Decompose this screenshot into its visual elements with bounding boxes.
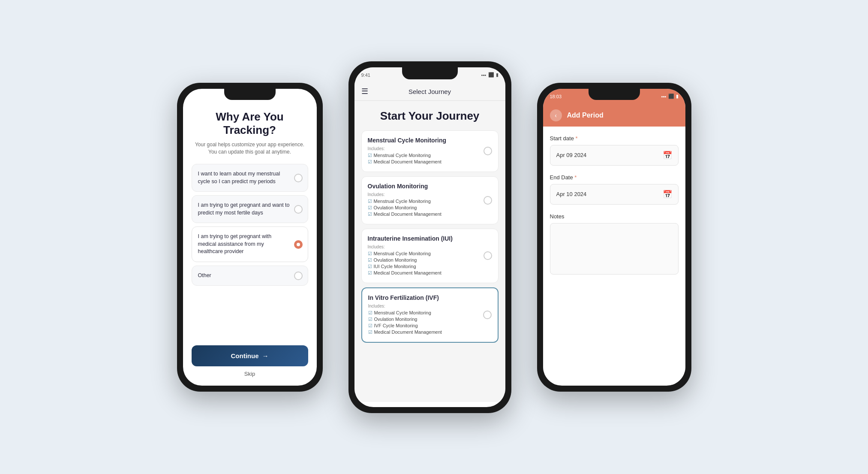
- notes-field: Notes: [550, 213, 679, 275]
- p3-status-time: 18:03: [550, 94, 562, 99]
- option-other[interactable]: Other: [192, 266, 308, 286]
- check-icon-12: ☑: [368, 323, 372, 329]
- start-calendar-icon[interactable]: 📅: [663, 151, 672, 160]
- journey-ovulation-includes: Includes:: [368, 192, 492, 197]
- journey-iui-includes: Includes:: [368, 245, 492, 249]
- p3-header: ‹ Add Period: [543, 104, 685, 127]
- journey-menstrual-radio[interactable]: [484, 147, 492, 155]
- phone-3-notch: [589, 89, 640, 100]
- end-required-marker: *: [574, 174, 577, 181]
- start-date-label: Start date *: [550, 135, 679, 142]
- start-date-field: Start date * Apr 09 2024 📅: [550, 135, 679, 166]
- continue-button[interactable]: Continue →: [192, 345, 308, 366]
- p1-options-list: I want to learn about my menstrual cycle…: [192, 164, 308, 339]
- check-icon-1: ☑: [368, 153, 372, 158]
- phone-1: Why Are You Tracking? Your goal helps cu…: [177, 83, 323, 392]
- end-date-input[interactable]: Apr 10 2024 📅: [550, 184, 679, 205]
- journey-ivf-f2: ☑ Ovulation Monitoring: [368, 317, 492, 322]
- journey-ovulation-title: Ovulation Monitoring: [368, 183, 492, 190]
- start-required-marker: *: [576, 135, 578, 142]
- option-other-radio[interactable]: [294, 272, 303, 280]
- journey-ivf-f1: ☑ Menstrual Cycle Monitoring: [368, 310, 492, 316]
- journey-menstrual-includes: Includes:: [368, 146, 492, 151]
- check-icon-5: ☑: [368, 211, 372, 217]
- p2-body: Start Your Journey Menstrual Cycle Monit…: [354, 101, 505, 402]
- start-date-value: Apr 09 2024: [556, 152, 587, 158]
- journey-card-iui[interactable]: Intrauterine Insemination (IUI) Includes…: [361, 229, 499, 283]
- journey-ovulation-f2: ☑ Ovulation Monitoring: [368, 205, 492, 211]
- check-icon-7: ☑: [368, 257, 372, 263]
- p3-signal-icon: ▪▪▪: [661, 94, 667, 99]
- option-learn-radio[interactable]: [294, 174, 303, 182]
- notes-label: Notes: [550, 213, 679, 220]
- end-calendar-icon[interactable]: 📅: [663, 190, 672, 199]
- notes-input[interactable]: [550, 223, 679, 275]
- journey-iui-title: Intrauterine Insemination (IUI): [368, 235, 492, 242]
- feature-text: Menstrual Cycle Monitoring: [374, 153, 431, 158]
- journey-iui-radio[interactable]: [484, 251, 492, 260]
- check-icon-3: ☑: [368, 199, 372, 204]
- phone-1-content: Why Are You Tracking? Your goal helps cu…: [183, 89, 317, 386]
- p3-battery-icon: ▮: [676, 94, 679, 99]
- p2-header: ☰ Select Journey: [354, 83, 505, 101]
- feature-text: Medical Document Management: [374, 211, 442, 217]
- journey-iui-f1: ☑ Menstrual Cycle Monitoring: [368, 251, 492, 257]
- end-date-label: End Date *: [550, 174, 679, 181]
- journey-ovulation-radio[interactable]: [484, 196, 492, 205]
- back-button[interactable]: ‹: [550, 109, 562, 121]
- p3-header-title: Add Period: [567, 112, 604, 119]
- phone-2-screen: 9:41 ▪▪▪ ⬛ ▮ ☰ Select Journey Start Your…: [354, 67, 505, 407]
- option-medical[interactable]: I am trying to get pregnant with medical…: [192, 226, 308, 262]
- journey-ivf-f3: ☑ IVF Cycle Monitoring: [368, 323, 492, 329]
- option-medical-text: I am trying to get pregnant with medical…: [198, 233, 272, 254]
- check-icon-11: ☑: [368, 317, 372, 322]
- check-icon-9: ☑: [368, 270, 372, 276]
- check-icon-8: ☑: [368, 264, 372, 269]
- journey-card-ovulation[interactable]: Ovulation Monitoring Includes: ☑ Menstru…: [361, 176, 499, 224]
- option-other-text: Other: [198, 272, 211, 278]
- journey-menstrual-f1: ☑ Menstrual Cycle Monitoring: [368, 153, 492, 158]
- p2-status-time: 9:41: [361, 72, 370, 78]
- phone-2-notch: [402, 67, 458, 79]
- feature-text: Ovulation Monitoring: [374, 257, 417, 263]
- feature-text: Medical Document Management: [374, 329, 442, 335]
- journey-iui-f2: ☑ Ovulation Monitoring: [368, 257, 492, 263]
- p1-subtitle: Your goal helps customize your app exper…: [192, 141, 308, 156]
- p2-status-icons: ▪▪▪ ⬛ ▮: [481, 72, 499, 78]
- option-learn[interactable]: I want to learn about my menstrual cycle…: [192, 164, 308, 192]
- feature-text: Medical Document Management: [374, 270, 442, 275]
- journey-ovulation-f3: ☑ Medical Document Management: [368, 211, 492, 217]
- phone-3-screen: 18:03 ▪▪▪ ⬛ ▮ ‹ Add Period Start date * …: [543, 89, 685, 386]
- option-fertile[interactable]: I am trying to get pregnant and want to …: [192, 195, 308, 223]
- journey-card-ivf[interactable]: In Vitro Fertilization (IVF) Includes: ☑…: [361, 287, 499, 343]
- journey-iui-f3: ☑ IUI Cycle Monitoring: [368, 264, 492, 269]
- option-learn-text: I want to learn about my menstrual cycle…: [198, 171, 280, 184]
- phone-1-screen: Why Are You Tracking? Your goal helps cu…: [183, 89, 317, 386]
- check-icon-13: ☑: [368, 329, 372, 335]
- journey-card-menstrual[interactable]: Menstrual Cycle Monitoring Includes: ☑ M…: [361, 130, 499, 172]
- journey-ivf-f4: ☑ Medical Document Management: [368, 329, 492, 335]
- p1-title: Why Are You Tracking?: [192, 110, 308, 137]
- end-date-value: Apr 10 2024: [556, 191, 587, 197]
- p2-page-title: Start Your Journey: [361, 109, 499, 123]
- feature-text: Medical Document Management: [374, 159, 442, 164]
- journey-ivf-radio[interactable]: [483, 311, 492, 319]
- option-fertile-radio[interactable]: [294, 205, 303, 214]
- option-medical-radio[interactable]: [294, 240, 303, 249]
- feature-text: Menstrual Cycle Monitoring: [374, 310, 431, 315]
- start-date-input[interactable]: Apr 09 2024 📅: [550, 145, 679, 166]
- skip-button[interactable]: Skip: [192, 371, 308, 377]
- menu-icon[interactable]: ☰: [361, 87, 368, 96]
- feature-text: IUI Cycle Monitoring: [374, 264, 416, 269]
- phone-3: 18:03 ▪▪▪ ⬛ ▮ ‹ Add Period Start date * …: [537, 83, 691, 392]
- check-icon-10: ☑: [368, 310, 372, 316]
- p3-status-icons: ▪▪▪ ⬛ ▮: [661, 94, 679, 99]
- signal-icon: ▪▪▪: [481, 72, 487, 78]
- option-fertile-text: I am trying to get pregnant and want to …: [198, 202, 290, 216]
- phone-2: 9:41 ▪▪▪ ⬛ ▮ ☰ Select Journey Start Your…: [348, 61, 511, 413]
- journey-ovulation-f1: ☑ Menstrual Cycle Monitoring: [368, 199, 492, 204]
- feature-text: Ovulation Monitoring: [374, 205, 417, 210]
- continue-label: Continue: [231, 352, 259, 359]
- journey-menstrual-f2: ☑ Medical Document Management: [368, 159, 492, 165]
- end-date-field: End Date * Apr 10 2024 📅: [550, 174, 679, 205]
